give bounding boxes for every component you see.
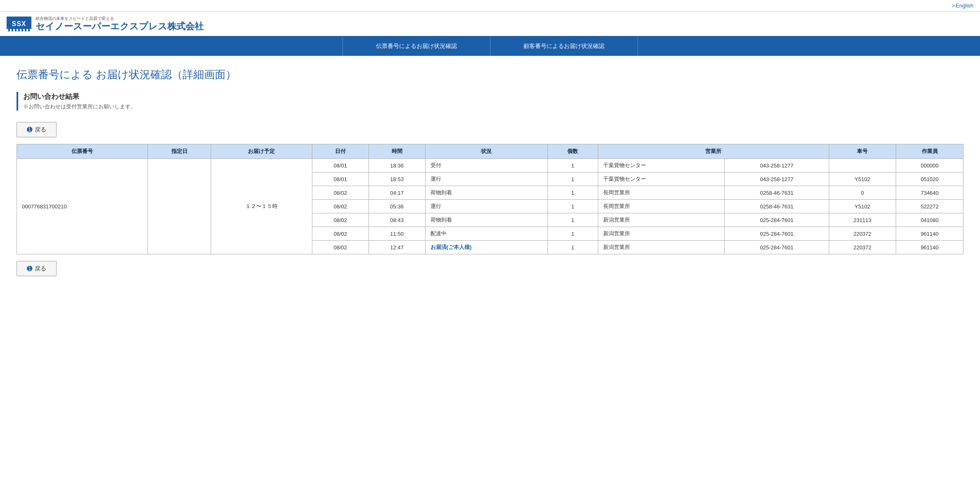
nav-item-delivery-by-slip[interactable]: 伝票番号によるお届け状況確認: [343, 37, 490, 56]
row-car: 0: [829, 186, 896, 200]
logo-box: SSX: [7, 17, 31, 31]
row-status: 配達中: [425, 227, 548, 241]
delivery-estimate: １２〜１５時: [211, 159, 312, 254]
row-status: 運行: [425, 172, 548, 186]
row-office-phone: 043-258-1277: [725, 159, 829, 172]
row-worker: 051020: [896, 172, 963, 186]
info-sub: ※お問い合わせは受付営業所にお願いします。: [23, 103, 963, 110]
nav-bar: 伝票番号によるお届け状況確認 顧客番号によるお届け状況確認: [0, 37, 980, 56]
row-status: 運行: [425, 200, 548, 213]
page-title: 伝票番号による お届け状況確認（詳細画面）: [17, 67, 963, 82]
designated-date: [148, 159, 211, 254]
back-button-bottom[interactable]: ➊ 戻る: [17, 261, 57, 276]
row-date: 08/02: [312, 186, 369, 200]
row-count: 1: [548, 172, 598, 186]
header: SSX 総合物流の未来をスピードと品質で変える セイノースーパーエクスプレス株式…: [0, 12, 980, 37]
row-count: 1: [548, 186, 598, 200]
nav-item-delivery-by-customer[interactable]: 顧客番号によるお届け状況確認: [490, 37, 638, 56]
row-date: 08/02: [312, 227, 369, 241]
row-office-phone: 025-284-7601: [725, 213, 829, 227]
row-count: 1: [548, 241, 598, 254]
row-office-phone: 0258-46-7631: [725, 200, 829, 213]
col-header-time: 時間: [369, 144, 425, 159]
row-car: 220372: [829, 227, 896, 241]
row-car: Y5102: [829, 200, 896, 213]
tracking-number: 000776831700210: [17, 159, 148, 254]
row-count: 1: [548, 200, 598, 213]
row-office-name: 新潟営業所: [598, 213, 725, 227]
row-date: 08/01: [312, 172, 369, 186]
company-tagline: 総合物流の未来をスピードと品質で変える: [36, 16, 204, 21]
row-count: 1: [548, 159, 598, 172]
row-time: 12:47: [369, 241, 425, 254]
logo-stripes: [7, 29, 31, 31]
info-box: お問い合わせ結果 ※お問い合わせは受付営業所にお願いします。: [17, 92, 963, 110]
row-count: 1: [548, 213, 598, 227]
row-office-name: 長岡営業所: [598, 200, 725, 213]
row-time: 04:17: [369, 186, 425, 200]
col-header-delivery-estimate: お届け予定: [211, 144, 312, 159]
table-row: 000776831700210１２〜１５時08/0118:36受付1千葉貨物セン…: [17, 159, 963, 172]
row-date: 08/02: [312, 241, 369, 254]
company-name: セイノースーパーエクスプレス株式会社: [36, 21, 204, 32]
row-office-phone: 043-258-1277: [725, 172, 829, 186]
row-worker: 041080: [896, 213, 963, 227]
row-time: 18:53: [369, 172, 425, 186]
row-status: 荷物到着: [425, 186, 548, 200]
row-worker: 000000: [896, 159, 963, 172]
row-date: 08/02: [312, 213, 369, 227]
logo-text: SSX: [12, 20, 26, 28]
row-status: 荷物到着: [425, 213, 548, 227]
english-link[interactable]: English: [956, 2, 973, 9]
row-office-name: 新潟営業所: [598, 241, 725, 254]
tracking-table: 伝票番号 指定日 お届け予定 日付 時間 状況 個数 営業所 車号 作業員 00…: [17, 144, 963, 254]
row-worker: 961140: [896, 241, 963, 254]
row-time: 08:43: [369, 213, 425, 227]
row-office-phone: 0258-46-7631: [725, 186, 829, 200]
back-icon-top: ➊: [27, 126, 32, 134]
back-button-top[interactable]: ➊ 戻る: [17, 122, 57, 137]
row-office-name: 千葉貨物センター: [598, 159, 725, 172]
row-car: 231113: [829, 213, 896, 227]
info-heading: お問い合わせ結果: [23, 92, 963, 101]
col-header-date: 日付: [312, 144, 369, 159]
col-header-car: 車号: [829, 144, 896, 159]
row-car: Y5102: [829, 172, 896, 186]
company-text-area: 総合物流の未来をスピードと品質で変える セイノースーパーエクスプレス株式会社: [36, 16, 204, 32]
col-header-office: 営業所: [598, 144, 829, 159]
row-worker: 522272: [896, 200, 963, 213]
logo-area: SSX 総合物流の未来をスピードと品質で変える セイノースーパーエクスプレス株式…: [7, 16, 204, 32]
row-office-phone: 025-284-7601: [725, 241, 829, 254]
row-count: 1: [548, 227, 598, 241]
row-car: 220372: [829, 241, 896, 254]
row-car: [829, 159, 896, 172]
back-label-top: 戻る: [35, 126, 46, 134]
row-worker: 961140: [896, 227, 963, 241]
row-date: 08/02: [312, 200, 369, 213]
row-time: 18:36: [369, 159, 425, 172]
row-time: 05:36: [369, 200, 425, 213]
arrow-icon: >: [952, 2, 955, 9]
row-office-name: 長岡営業所: [598, 186, 725, 200]
row-office-name: 千葉貨物センター: [598, 172, 725, 186]
col-header-count: 個数: [548, 144, 598, 159]
col-header-slip: 伝票番号: [17, 144, 148, 159]
row-worker: 734640: [896, 186, 963, 200]
row-office-name: 新潟営業所: [598, 227, 725, 241]
row-time: 11:50: [369, 227, 425, 241]
main-content: 伝票番号による お届け状況確認（詳細画面） お問い合わせ結果 ※お問い合わせは受…: [0, 56, 980, 294]
row-status: 受付: [425, 159, 548, 172]
col-header-worker: 作業員: [896, 144, 963, 159]
row-date: 08/01: [312, 159, 369, 172]
col-header-designated-date: 指定日: [148, 144, 211, 159]
row-status: お届済(ご本人様): [425, 241, 548, 254]
col-header-status: 状況: [425, 144, 548, 159]
back-label-bottom: 戻る: [35, 265, 46, 273]
row-office-phone: 025-284-7601: [725, 227, 829, 241]
top-bar: > English: [0, 0, 980, 12]
back-icon-bottom: ➊: [27, 265, 32, 273]
